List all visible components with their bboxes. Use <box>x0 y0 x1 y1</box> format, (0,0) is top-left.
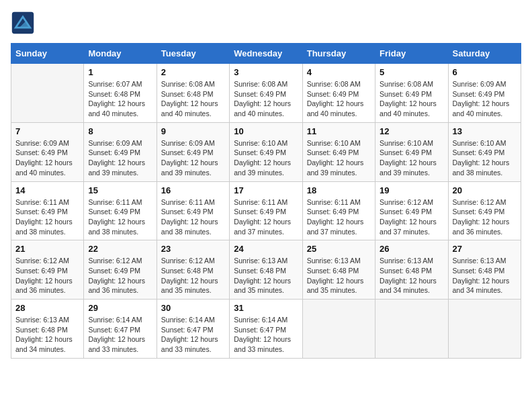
calendar-week-row: 21Sunrise: 6:12 AM Sunset: 6:49 PM Dayli… <box>11 240 521 300</box>
calendar-cell: 29Sunrise: 6:14 AM Sunset: 6:47 PM Dayli… <box>84 300 157 359</box>
day-info: Sunrise: 6:07 AM Sunset: 6:48 PM Dayligh… <box>88 79 152 119</box>
calendar-cell <box>11 64 84 123</box>
day-info: Sunrise: 6:08 AM Sunset: 6:49 PM Dayligh… <box>380 79 443 119</box>
day-info: Sunrise: 6:12 AM Sunset: 6:49 PM Dayligh… <box>380 197 443 237</box>
calendar-cell: 26Sunrise: 6:13 AM Sunset: 6:48 PM Dayli… <box>375 240 448 300</box>
calendar-cell: 18Sunrise: 6:11 AM Sunset: 6:49 PM Dayli… <box>302 181 375 240</box>
day-number: 22 <box>88 244 152 254</box>
day-info: Sunrise: 6:11 AM Sunset: 6:49 PM Dayligh… <box>234 197 298 237</box>
day-number: 14 <box>15 185 79 195</box>
day-number: 18 <box>307 185 371 195</box>
day-info: Sunrise: 6:09 AM Sunset: 6:49 PM Dayligh… <box>15 138 79 178</box>
day-info: Sunrise: 6:10 AM Sunset: 6:49 PM Dayligh… <box>307 138 371 178</box>
day-info: Sunrise: 6:09 AM Sunset: 6:49 PM Dayligh… <box>88 138 152 178</box>
day-number: 11 <box>307 126 371 136</box>
calendar-cell: 12Sunrise: 6:10 AM Sunset: 6:49 PM Dayli… <box>375 122 448 181</box>
weekday-header: Saturday <box>448 44 521 64</box>
weekday-header: Tuesday <box>157 44 229 64</box>
calendar-cell: 21Sunrise: 6:12 AM Sunset: 6:49 PM Dayli… <box>11 240 84 300</box>
calendar-cell: 30Sunrise: 6:14 AM Sunset: 6:47 PM Dayli… <box>157 300 229 359</box>
calendar-cell: 20Sunrise: 6:12 AM Sunset: 6:49 PM Dayli… <box>448 181 521 240</box>
day-info: Sunrise: 6:08 AM Sunset: 6:48 PM Dayligh… <box>161 79 225 119</box>
calendar-cell: 4Sunrise: 6:08 AM Sunset: 6:49 PM Daylig… <box>302 64 375 123</box>
day-number: 31 <box>234 303 298 313</box>
calendar-cell: 8Sunrise: 6:09 AM Sunset: 6:49 PM Daylig… <box>84 122 157 181</box>
day-number: 23 <box>161 244 225 254</box>
calendar-cell: 31Sunrise: 6:14 AM Sunset: 6:47 PM Dayli… <box>230 300 302 359</box>
day-info: Sunrise: 6:08 AM Sunset: 6:49 PM Dayligh… <box>307 79 371 119</box>
calendar-cell: 13Sunrise: 6:10 AM Sunset: 6:49 PM Dayli… <box>448 122 521 181</box>
day-info: Sunrise: 6:11 AM Sunset: 6:49 PM Dayligh… <box>307 197 371 237</box>
calendar-week-row: 14Sunrise: 6:11 AM Sunset: 6:49 PM Dayli… <box>11 181 521 240</box>
calendar-cell: 19Sunrise: 6:12 AM Sunset: 6:49 PM Dayli… <box>375 181 448 240</box>
calendar-cell: 5Sunrise: 6:08 AM Sunset: 6:49 PM Daylig… <box>375 64 448 123</box>
calendar-cell: 27Sunrise: 6:13 AM Sunset: 6:48 PM Dayli… <box>448 240 521 300</box>
calendar-week-row: 1Sunrise: 6:07 AM Sunset: 6:48 PM Daylig… <box>11 64 521 123</box>
day-info: Sunrise: 6:12 AM Sunset: 6:49 PM Dayligh… <box>453 197 517 237</box>
calendar-cell: 17Sunrise: 6:11 AM Sunset: 6:49 PM Dayli… <box>230 181 302 240</box>
calendar-cell <box>375 300 448 359</box>
day-number: 17 <box>234 185 298 195</box>
day-number: 7 <box>15 126 79 136</box>
day-info: Sunrise: 6:13 AM Sunset: 6:48 PM Dayligh… <box>380 256 443 295</box>
calendar-cell: 2Sunrise: 6:08 AM Sunset: 6:48 PM Daylig… <box>157 64 229 123</box>
day-info: Sunrise: 6:10 AM Sunset: 6:49 PM Dayligh… <box>453 138 517 178</box>
day-number: 19 <box>380 185 443 195</box>
day-number: 15 <box>88 185 152 195</box>
day-info: Sunrise: 6:12 AM Sunset: 6:49 PM Dayligh… <box>88 256 152 295</box>
day-number: 8 <box>88 126 152 136</box>
day-number: 6 <box>453 67 517 77</box>
calendar-cell: 9Sunrise: 6:09 AM Sunset: 6:49 PM Daylig… <box>157 122 229 181</box>
day-info: Sunrise: 6:09 AM Sunset: 6:49 PM Dayligh… <box>161 138 225 178</box>
day-info: Sunrise: 6:09 AM Sunset: 6:49 PM Dayligh… <box>453 79 517 119</box>
calendar-cell: 23Sunrise: 6:12 AM Sunset: 6:48 PM Dayli… <box>157 240 229 300</box>
page-header <box>11 11 521 35</box>
day-number: 16 <box>161 185 225 195</box>
calendar-cell: 10Sunrise: 6:10 AM Sunset: 6:49 PM Dayli… <box>230 122 302 181</box>
day-number: 9 <box>161 126 225 136</box>
day-number: 13 <box>453 126 517 136</box>
calendar-cell <box>448 300 521 359</box>
day-number: 24 <box>234 244 298 254</box>
day-info: Sunrise: 6:11 AM Sunset: 6:49 PM Dayligh… <box>88 197 152 237</box>
calendar-cell: 22Sunrise: 6:12 AM Sunset: 6:49 PM Dayli… <box>84 240 157 300</box>
calendar-cell: 25Sunrise: 6:13 AM Sunset: 6:48 PM Dayli… <box>302 240 375 300</box>
day-info: Sunrise: 6:12 AM Sunset: 6:48 PM Dayligh… <box>161 256 225 295</box>
calendar-cell: 7Sunrise: 6:09 AM Sunset: 6:49 PM Daylig… <box>11 122 84 181</box>
calendar-cell: 14Sunrise: 6:11 AM Sunset: 6:49 PM Dayli… <box>11 181 84 240</box>
calendar-week-row: 28Sunrise: 6:13 AM Sunset: 6:48 PM Dayli… <box>11 300 521 359</box>
day-info: Sunrise: 6:11 AM Sunset: 6:49 PM Dayligh… <box>15 197 79 237</box>
calendar-cell: 1Sunrise: 6:07 AM Sunset: 6:48 PM Daylig… <box>84 64 157 123</box>
day-info: Sunrise: 6:14 AM Sunset: 6:47 PM Dayligh… <box>234 315 298 355</box>
day-info: Sunrise: 6:13 AM Sunset: 6:48 PM Dayligh… <box>234 256 298 295</box>
day-number: 20 <box>453 185 517 195</box>
weekday-header: Friday <box>375 44 448 64</box>
calendar-cell <box>302 300 375 359</box>
day-info: Sunrise: 6:10 AM Sunset: 6:49 PM Dayligh… <box>380 138 443 178</box>
day-number: 12 <box>380 126 443 136</box>
calendar-cell: 3Sunrise: 6:08 AM Sunset: 6:49 PM Daylig… <box>230 64 302 123</box>
calendar-cell: 6Sunrise: 6:09 AM Sunset: 6:49 PM Daylig… <box>448 64 521 123</box>
day-number: 3 <box>234 67 298 77</box>
calendar-table: SundayMondayTuesdayWednesdayThursdayFrid… <box>11 43 521 359</box>
day-number: 4 <box>307 67 371 77</box>
weekday-header: Sunday <box>11 44 84 64</box>
day-info: Sunrise: 6:10 AM Sunset: 6:49 PM Dayligh… <box>234 138 298 178</box>
calendar-week-row: 7Sunrise: 6:09 AM Sunset: 6:49 PM Daylig… <box>11 122 521 181</box>
day-info: Sunrise: 6:12 AM Sunset: 6:49 PM Dayligh… <box>15 256 79 295</box>
calendar-cell: 15Sunrise: 6:11 AM Sunset: 6:49 PM Dayli… <box>84 181 157 240</box>
calendar-cell: 24Sunrise: 6:13 AM Sunset: 6:48 PM Dayli… <box>230 240 302 300</box>
calendar-cell: 11Sunrise: 6:10 AM Sunset: 6:49 PM Dayli… <box>302 122 375 181</box>
day-number: 5 <box>380 67 443 77</box>
day-number: 30 <box>161 303 225 313</box>
weekday-header: Thursday <box>302 44 375 64</box>
calendar-cell: 28Sunrise: 6:13 AM Sunset: 6:48 PM Dayli… <box>11 300 84 359</box>
calendar-cell: 16Sunrise: 6:11 AM Sunset: 6:49 PM Dayli… <box>157 181 229 240</box>
day-number: 26 <box>380 244 443 254</box>
day-info: Sunrise: 6:14 AM Sunset: 6:47 PM Dayligh… <box>161 315 225 355</box>
day-info: Sunrise: 6:13 AM Sunset: 6:48 PM Dayligh… <box>307 256 371 295</box>
day-number: 1 <box>88 67 152 77</box>
day-number: 28 <box>15 303 79 313</box>
weekday-header: Wednesday <box>230 44 302 64</box>
day-info: Sunrise: 6:14 AM Sunset: 6:47 PM Dayligh… <box>88 315 152 355</box>
